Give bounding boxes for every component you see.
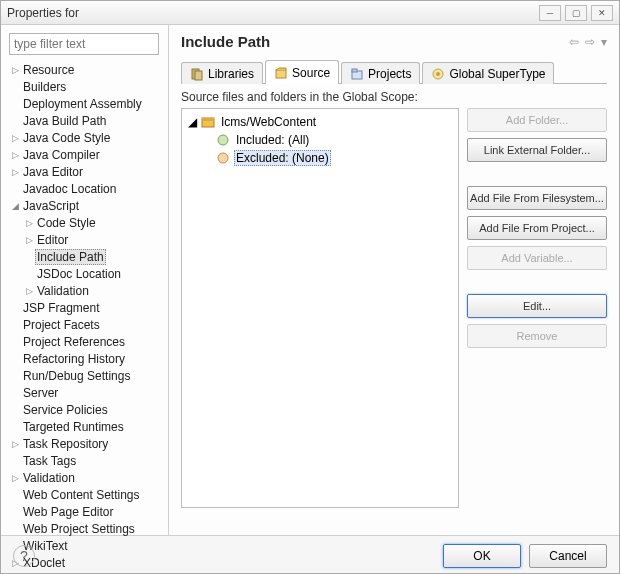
ok-button[interactable]: OK: [443, 544, 521, 568]
collapsed-icon[interactable]: ▷: [9, 65, 21, 75]
dropdown-icon[interactable]: ▾: [601, 35, 607, 49]
remove-button[interactable]: Remove: [467, 324, 607, 348]
tree-node-label: JavaScript: [21, 199, 81, 213]
tree-node[interactable]: Deployment Assembly: [9, 95, 162, 112]
collapsed-icon[interactable]: ▷: [9, 473, 21, 483]
tab-label: Projects: [368, 67, 411, 81]
collapsed-icon[interactable]: ▷: [9, 150, 21, 160]
tree-node[interactable]: ▷Editor: [9, 231, 162, 248]
tree-node[interactable]: Project Facets: [9, 316, 162, 333]
tree-node[interactable]: ▷Code Style: [9, 214, 162, 231]
collapse-icon[interactable]: ◢: [188, 115, 197, 129]
tree-node[interactable]: JSDoc Location: [9, 265, 162, 282]
tree-node[interactable]: Web Project Settings: [9, 520, 162, 537]
tab-icon: [431, 67, 445, 81]
tree-node[interactable]: Web Content Settings: [9, 486, 162, 503]
included-label: Included: (All): [234, 133, 311, 147]
tree-node[interactable]: ▷Resource: [9, 61, 162, 78]
tree-node-label: Project References: [21, 335, 127, 349]
right-panel: Include Path ⇦ ⇨ ▾ LibrariesSourceProjec…: [169, 25, 619, 535]
tree-node-label: Resource: [21, 63, 76, 77]
cancel-button[interactable]: Cancel: [529, 544, 607, 568]
tree-node-label: Code Style: [35, 216, 98, 230]
window-title: Properties for: [7, 6, 79, 20]
tab-bar: LibrariesSourceProjectsGlobal SuperType: [181, 60, 607, 84]
tree-node-label: Server: [21, 386, 60, 400]
tree-node[interactable]: Include Path: [9, 248, 162, 265]
collapsed-icon[interactable]: ▷: [23, 218, 35, 228]
category-tree[interactable]: ▷ResourceBuildersDeployment AssemblyJava…: [9, 61, 162, 571]
tab-projects[interactable]: Projects: [341, 62, 420, 84]
source-root-label: Icms/WebContent: [219, 115, 318, 129]
excluded-label: Excluded: (None): [234, 150, 331, 166]
tree-node[interactable]: Targeted Runtimes: [9, 418, 162, 435]
tab-label: Libraries: [208, 67, 254, 81]
expanded-icon[interactable]: ◢: [9, 201, 21, 211]
tree-node[interactable]: JSP Fragment: [9, 299, 162, 316]
link-external-folder-button[interactable]: Link External Folder...: [467, 138, 607, 162]
tree-node-label: Java Compiler: [21, 148, 102, 162]
add-variable-button[interactable]: Add Variable...: [467, 246, 607, 270]
svg-rect-8: [202, 118, 214, 121]
collapsed-icon[interactable]: ▷: [9, 439, 21, 449]
tree-node[interactable]: Java Build Path: [9, 112, 162, 129]
tree-node-label: Java Build Path: [21, 114, 108, 128]
tree-node[interactable]: Web Page Editor: [9, 503, 162, 520]
tree-node[interactable]: Task Tags: [9, 452, 162, 469]
tree-node[interactable]: ▷Validation: [9, 469, 162, 486]
excluded-row[interactable]: Excluded: (None): [188, 149, 452, 167]
back-icon[interactable]: ⇦: [569, 35, 579, 49]
tree-node-label: JSDoc Location: [35, 267, 123, 281]
tree-node[interactable]: Project References: [9, 333, 162, 350]
collapsed-icon[interactable]: ▷: [9, 167, 21, 177]
package-icon: [201, 115, 215, 129]
tree-node[interactable]: Builders: [9, 78, 162, 95]
collapsed-icon[interactable]: ▷: [23, 286, 35, 296]
tree-node-label: JSP Fragment: [21, 301, 101, 315]
source-root-row[interactable]: ◢ Icms/WebContent: [188, 113, 452, 131]
tree-node[interactable]: ◢JavaScript: [9, 197, 162, 214]
tree-node-label: Service Policies: [21, 403, 110, 417]
tree-node-label: Builders: [21, 80, 68, 94]
collapsed-icon[interactable]: ▷: [9, 133, 21, 143]
source-tree[interactable]: ◢ Icms/WebContent Included: (All) Exclud…: [181, 108, 459, 508]
tree-node[interactable]: ▷Java Editor: [9, 163, 162, 180]
tree-node[interactable]: ▷Validation: [9, 282, 162, 299]
tree-node[interactable]: Run/Debug Settings: [9, 367, 162, 384]
tree-node-label: Refactoring History: [21, 352, 127, 366]
edit-button[interactable]: Edit...: [467, 294, 607, 318]
tree-node-label: Web Project Settings: [21, 522, 137, 536]
add-file-filesystem-button[interactable]: Add File From Filesystem...: [467, 186, 607, 210]
exclude-filter-icon: [216, 151, 230, 165]
tab-libraries[interactable]: Libraries: [181, 62, 263, 84]
maximize-button[interactable]: ▢: [565, 5, 587, 21]
minimize-button[interactable]: ─: [539, 5, 561, 21]
tree-node-label: Task Repository: [21, 437, 110, 451]
include-filter-icon: [216, 133, 230, 147]
tree-node-label: Web Page Editor: [21, 505, 116, 519]
add-file-project-button[interactable]: Add File From Project...: [467, 216, 607, 240]
tree-node[interactable]: ▷Task Repository: [9, 435, 162, 452]
collapsed-icon[interactable]: ▷: [23, 235, 35, 245]
tree-node-label: Targeted Runtimes: [21, 420, 126, 434]
tab-global-supertype[interactable]: Global SuperType: [422, 62, 554, 84]
included-row[interactable]: Included: (All): [188, 131, 452, 149]
forward-icon[interactable]: ⇨: [585, 35, 595, 49]
tree-node[interactable]: Service Policies: [9, 401, 162, 418]
tree-node[interactable]: Refactoring History: [9, 350, 162, 367]
add-folder-button[interactable]: Add Folder...: [467, 108, 607, 132]
tree-node[interactable]: ▷Java Compiler: [9, 146, 162, 163]
tree-node[interactable]: ▷Java Code Style: [9, 129, 162, 146]
tab-icon: [190, 67, 204, 81]
tree-node[interactable]: Server: [9, 384, 162, 401]
close-button[interactable]: ✕: [591, 5, 613, 21]
nav-arrows: ⇦ ⇨ ▾: [569, 35, 607, 49]
filter-input[interactable]: [9, 33, 159, 55]
tab-source[interactable]: Source: [265, 60, 339, 84]
tab-icon: [350, 67, 364, 81]
tree-node-label: Java Editor: [21, 165, 85, 179]
scope-subhead: Source files and folders in the Global S…: [181, 90, 607, 104]
tree-node-label: Run/Debug Settings: [21, 369, 132, 383]
tree-node[interactable]: Javadoc Location: [9, 180, 162, 197]
help-button[interactable]: ?: [13, 545, 35, 567]
